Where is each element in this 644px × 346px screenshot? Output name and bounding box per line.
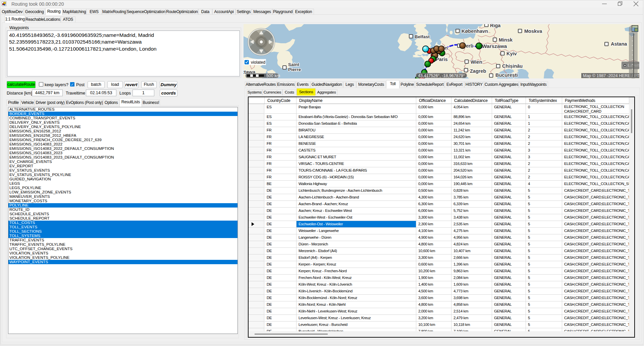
svg-text:Zagreb: Zagreb [470,68,486,74]
svg-text:erli: erli [466,43,473,49]
svg-text:Belfast: Belfast [415,34,430,39]
svg-text:Riga: Riga [490,24,501,28]
svg-text:violated: violated [251,60,265,65]
svg-text:Paris: Paris [436,57,447,62]
svg-text:Warszawa: Warszawa [482,43,507,49]
svg-text:Saint: Saint [288,62,300,67]
svg-text:București: București [495,72,518,78]
svg-text:Pierre: Pierre [288,67,301,72]
svg-text:500 km: 500 km [266,73,280,78]
svg-text:Astana: Astana [611,41,627,47]
svg-text:n: n [445,45,448,51]
svg-text:Minsk: Minsk [499,37,513,43]
svg-text:43,417526°, -18,967879°: 43,417526°, -18,967879° [418,73,465,78]
svg-text:Wien: Wien [471,59,482,65]
svg-text:Moskva: Moskva [524,28,542,34]
svg-text:København: København [462,28,488,34]
svg-text:Kyiv: Kyiv [506,51,517,56]
svg-text:Chișinău: Chișinău [502,63,523,69]
